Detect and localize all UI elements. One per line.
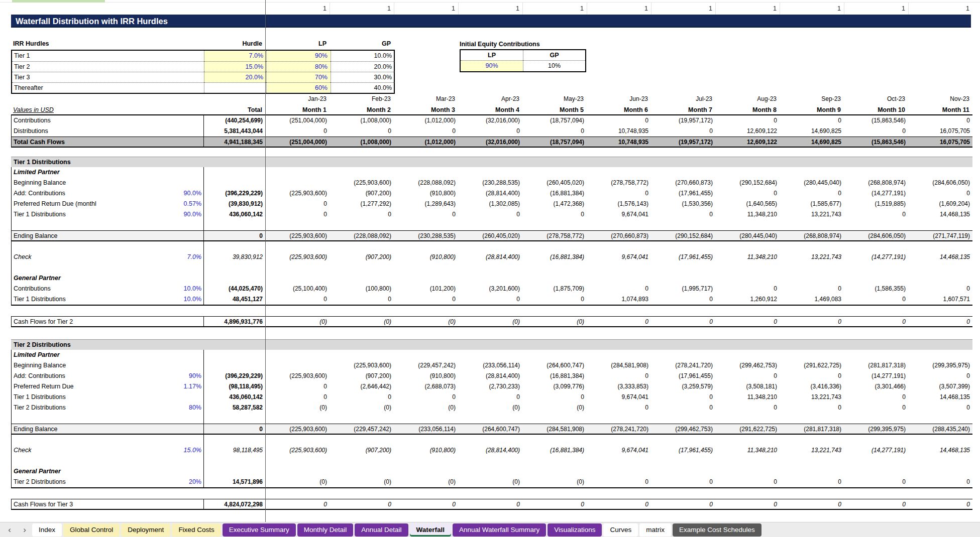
- month-header-cell[interactable]: Month 2: [330, 104, 394, 115]
- month-value-cell[interactable]: [394, 262, 459, 273]
- month-value-cell[interactable]: (910,800): [394, 188, 459, 199]
- month-header-cell[interactable]: Month 6: [587, 104, 651, 115]
- irr-tier-label[interactable]: Thereafter: [12, 82, 204, 93]
- month-value-cell[interactable]: 0: [330, 392, 394, 402]
- month-value-cell[interactable]: 10,748,935: [587, 126, 651, 137]
- month-value-cell[interactable]: (271,747,119): [909, 231, 973, 240]
- month-value-cell[interactable]: (17,961,455): [651, 371, 716, 381]
- month-value-cell[interactable]: (0): [523, 477, 587, 487]
- row-total-cell[interactable]: 0: [203, 231, 266, 240]
- month-value-cell[interactable]: [330, 220, 394, 230]
- row-total-cell[interactable]: 4,941,188,345: [203, 137, 266, 147]
- month-value-cell[interactable]: [394, 241, 459, 252]
- month-value-cell[interactable]: [587, 262, 651, 273]
- month-value-cell[interactable]: [587, 435, 651, 445]
- flag-cell[interactable]: 1: [715, 3, 780, 15]
- month-value-cell[interactable]: (225,903,600): [330, 360, 394, 371]
- month-value-cell[interactable]: [844, 456, 909, 466]
- row-label-cell[interactable]: Contributions: [12, 115, 203, 126]
- month-value-cell[interactable]: (0): [394, 477, 459, 487]
- irr-hurdle-value[interactable]: 7.0%: [204, 51, 266, 61]
- month-value-cell[interactable]: (1,277,292): [330, 199, 394, 209]
- top-green-cell[interactable]: [12, 0, 105, 3]
- row-total-cell[interactable]: 58,287,582: [203, 402, 266, 413]
- month-value-cell[interactable]: 0: [459, 294, 523, 305]
- month-value-cell[interactable]: 0: [909, 477, 973, 487]
- month-value-cell[interactable]: 1,260,912: [716, 294, 780, 305]
- total-column-header[interactable]: Total: [203, 104, 265, 115]
- month-value-cell[interactable]: (17,961,455): [651, 188, 716, 199]
- month-value-cell[interactable]: [523, 262, 587, 273]
- month-value-cell[interactable]: [330, 435, 394, 445]
- month-value-cell[interactable]: [587, 241, 651, 252]
- month-value-cell[interactable]: (284,606,050): [909, 178, 973, 188]
- month-value-cell[interactable]: 0: [523, 209, 587, 220]
- month-value-cell[interactable]: [587, 413, 651, 424]
- month-header-cell[interactable]: Month 5: [522, 104, 587, 115]
- month-value-cell[interactable]: 0: [394, 209, 459, 220]
- month-value-cell[interactable]: (299,395,975): [909, 360, 973, 371]
- month-value-cell[interactable]: 0: [780, 499, 844, 509]
- month-value-cell[interactable]: 0: [651, 294, 716, 305]
- month-value-cell[interactable]: [909, 435, 973, 445]
- row-label-cell[interactable]: [12, 456, 203, 466]
- tab-global-control[interactable]: Global Control: [63, 523, 120, 536]
- row-label-cell[interactable]: Limited Partner: [12, 350, 203, 360]
- month-value-cell[interactable]: [587, 220, 651, 230]
- month-value-cell[interactable]: 0: [587, 477, 651, 487]
- month-value-cell[interactable]: (3,099,776): [523, 381, 587, 392]
- month-value-cell[interactable]: [780, 273, 844, 284]
- equity-gp-header[interactable]: GP: [523, 50, 585, 61]
- month-value-cell[interactable]: 0: [909, 188, 973, 199]
- row-total-cell[interactable]: (396,229,229): [203, 188, 266, 199]
- month-value-cell[interactable]: 0: [909, 402, 973, 413]
- month-value-cell[interactable]: (18,757,094): [523, 137, 587, 147]
- month-value-cell[interactable]: 13,221,743: [780, 445, 844, 456]
- tab-visualizations[interactable]: Visualizations: [548, 523, 602, 536]
- month-value-cell[interactable]: (0): [330, 402, 394, 413]
- month-value-cell[interactable]: [394, 413, 459, 424]
- month-value-cell[interactable]: (290,152,684): [651, 231, 716, 240]
- month-value-cell[interactable]: 0: [780, 284, 844, 294]
- month-value-cell[interactable]: 14,468,135: [909, 252, 973, 262]
- month-value-cell[interactable]: [266, 456, 330, 466]
- equity-gp-value[interactable]: 10%: [523, 61, 585, 71]
- month-value-cell[interactable]: (233,056,114): [394, 424, 459, 434]
- month-header-cell[interactable]: Month 4: [458, 104, 522, 115]
- month-value-cell[interactable]: 0: [459, 392, 523, 402]
- month-value-cell[interactable]: (264,600,747): [459, 424, 523, 434]
- month-value-cell[interactable]: (270,660,873): [587, 231, 651, 240]
- month-value-cell[interactable]: [651, 466, 716, 477]
- month-value-cell[interactable]: (1,640,565): [716, 199, 780, 209]
- month-value-cell[interactable]: [394, 456, 459, 466]
- month-value-cell[interactable]: 1,469,083: [780, 294, 844, 305]
- irr-lp-value[interactable]: 80%: [266, 61, 331, 72]
- month-value-cell[interactable]: (17,961,455): [651, 252, 716, 262]
- row-total-cell[interactable]: (39,830,912): [203, 199, 266, 209]
- month-value-cell[interactable]: 0: [394, 126, 459, 137]
- tab-deployment[interactable]: Deployment: [121, 523, 170, 536]
- month-value-cell[interactable]: 0: [587, 188, 651, 199]
- month-value-cell[interactable]: 0: [716, 477, 780, 487]
- month-value-cell[interactable]: (230,288,535): [394, 231, 459, 240]
- month-value-cell[interactable]: [844, 241, 909, 252]
- row-total-cell[interactable]: 436,060,142: [203, 209, 266, 220]
- date-header-cell[interactable]: Nov-23: [908, 94, 972, 104]
- month-header-cell[interactable]: Month 11: [908, 104, 972, 115]
- month-value-cell[interactable]: [651, 413, 716, 424]
- month-value-cell[interactable]: 0: [909, 284, 973, 294]
- month-value-cell[interactable]: [587, 350, 651, 360]
- month-value-cell[interactable]: [651, 350, 716, 360]
- month-value-cell[interactable]: 9,674,041: [587, 209, 651, 220]
- month-value-cell[interactable]: (14,277,191): [844, 445, 909, 456]
- month-value-cell[interactable]: 0: [716, 499, 780, 509]
- month-value-cell[interactable]: [523, 273, 587, 284]
- month-value-cell[interactable]: 1,074,893: [587, 294, 651, 305]
- month-value-cell[interactable]: [266, 273, 330, 284]
- month-value-cell[interactable]: 9,674,041: [587, 392, 651, 402]
- row-label-cell[interactable]: Total Cash Flows: [12, 137, 203, 147]
- month-value-cell[interactable]: 0: [330, 499, 394, 509]
- month-value-cell[interactable]: [909, 273, 973, 284]
- month-value-cell[interactable]: (229,457,242): [394, 360, 459, 371]
- month-value-cell[interactable]: 0: [844, 392, 909, 402]
